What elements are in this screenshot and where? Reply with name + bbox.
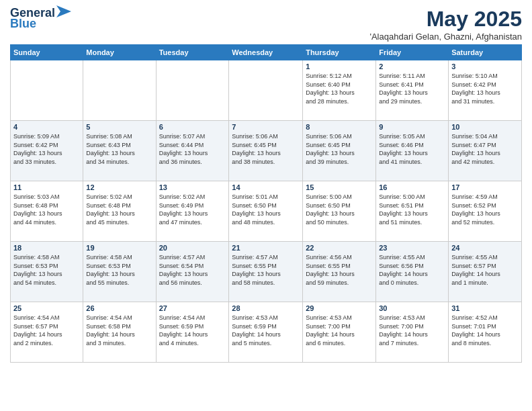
day-info: Sunrise: 4:59 AMSunset: 6:52 PMDaylight:…: [451, 193, 519, 226]
day-cell: [83, 60, 156, 121]
day-info: Sunrise: 5:03 AMSunset: 6:48 PMDaylight:…: [13, 193, 80, 226]
day-number: 29: [306, 304, 373, 312]
day-info: Sunrise: 4:53 AMSunset: 7:00 PMDaylight:…: [306, 314, 373, 347]
day-cell: 7Sunrise: 5:06 AMSunset: 6:45 PMDaylight…: [229, 121, 303, 181]
day-number: 27: [159, 304, 226, 312]
day-info: Sunrise: 4:53 AMSunset: 6:59 PMDaylight:…: [232, 314, 300, 347]
day-info: Sunrise: 4:55 AMSunset: 6:56 PMDaylight:…: [379, 253, 445, 287]
day-number: 3: [451, 62, 519, 71]
day-info: Sunrise: 5:01 AMSunset: 6:50 PMDaylight:…: [232, 193, 300, 226]
day-cell: 1Sunrise: 5:12 AMSunset: 6:40 PMDaylight…: [303, 60, 376, 121]
day-info: Sunrise: 4:54 AMSunset: 6:58 PMDaylight:…: [86, 314, 152, 347]
day-cell: 28Sunrise: 4:53 AMSunset: 6:59 PMDayligh…: [229, 302, 303, 363]
day-number: 23: [379, 244, 445, 252]
day-number: 4: [13, 123, 80, 131]
day-cell: 25Sunrise: 4:54 AMSunset: 6:57 PMDayligh…: [11, 302, 83, 363]
day-cell: 16Sunrise: 5:00 AMSunset: 6:51 PMDayligh…: [376, 181, 449, 242]
calendar-table: SundayMondayTuesdayWednesdayThursdayFrid…: [10, 44, 522, 363]
day-number: 15: [306, 183, 373, 191]
day-cell: 17Sunrise: 4:59 AMSunset: 6:52 PMDayligh…: [449, 181, 522, 242]
day-number: 2: [379, 62, 445, 71]
day-cell: 26Sunrise: 4:54 AMSunset: 6:58 PMDayligh…: [83, 302, 156, 363]
day-info: Sunrise: 4:56 AMSunset: 6:55 PMDaylight:…: [306, 253, 373, 287]
day-cell: [11, 60, 83, 121]
day-info: Sunrise: 5:10 AMSunset: 6:42 PMDaylight:…: [451, 72, 519, 105]
day-cell: 4Sunrise: 5:09 AMSunset: 6:42 PMDaylight…: [11, 121, 83, 181]
weekday-header-saturday: Saturday: [449, 45, 522, 60]
week-row-2: 4Sunrise: 5:09 AMSunset: 6:42 PMDaylight…: [11, 121, 522, 181]
day-number: 18: [13, 244, 80, 252]
day-number: 25: [13, 304, 80, 312]
weekday-header-sunday: Sunday: [11, 45, 83, 60]
day-number: 1: [306, 62, 373, 71]
day-number: 26: [86, 304, 152, 312]
svg-marker-0: [56, 5, 71, 17]
logo: General Blue: [10, 7, 71, 30]
day-number: 14: [232, 183, 300, 191]
day-info: Sunrise: 4:57 AMSunset: 6:55 PMDaylight:…: [232, 253, 300, 287]
day-cell: 29Sunrise: 4:53 AMSunset: 7:00 PMDayligh…: [303, 302, 376, 363]
day-number: 8: [306, 123, 373, 131]
day-info: Sunrise: 5:00 AMSunset: 6:50 PMDaylight:…: [306, 193, 373, 226]
day-cell: [156, 60, 229, 121]
day-number: 31: [451, 304, 519, 312]
day-number: 24: [451, 244, 519, 252]
day-info: Sunrise: 5:09 AMSunset: 6:42 PMDaylight:…: [13, 132, 80, 166]
weekday-header-friday: Friday: [376, 45, 449, 60]
day-info: Sunrise: 5:05 AMSunset: 6:46 PMDaylight:…: [379, 132, 445, 166]
day-info: Sunrise: 5:06 AMSunset: 6:45 PMDaylight:…: [306, 132, 373, 166]
day-cell: 20Sunrise: 4:57 AMSunset: 6:54 PMDayligh…: [156, 242, 229, 302]
day-number: 12: [86, 183, 152, 191]
week-row-3: 11Sunrise: 5:03 AMSunset: 6:48 PMDayligh…: [11, 181, 522, 242]
day-cell: 6Sunrise: 5:07 AMSunset: 6:44 PMDaylight…: [156, 121, 229, 181]
day-info: Sunrise: 5:04 AMSunset: 6:47 PMDaylight:…: [451, 132, 519, 166]
day-cell: 13Sunrise: 5:02 AMSunset: 6:49 PMDayligh…: [156, 181, 229, 242]
day-info: Sunrise: 4:54 AMSunset: 6:59 PMDaylight:…: [159, 314, 226, 347]
day-cell: 3Sunrise: 5:10 AMSunset: 6:42 PMDaylight…: [449, 60, 522, 121]
weekday-header-thursday: Thursday: [303, 45, 376, 60]
day-cell: 11Sunrise: 5:03 AMSunset: 6:48 PMDayligh…: [11, 181, 83, 242]
day-cell: 14Sunrise: 5:01 AMSunset: 6:50 PMDayligh…: [229, 181, 303, 242]
day-number: 7: [232, 123, 300, 131]
page-header: General Blue May 2025 'Alaqahdari Gelan,…: [10, 7, 522, 42]
day-info: Sunrise: 4:58 AMSunset: 6:53 PMDaylight:…: [13, 253, 80, 287]
location-subtitle: 'Alaqahdari Gelan, Ghazni, Afghanistan: [369, 32, 522, 42]
day-number: 22: [306, 244, 373, 252]
day-number: 9: [379, 123, 445, 131]
logo-arrow-icon: [56, 5, 71, 17]
logo-blue-text: Blue: [10, 17, 36, 30]
week-row-4: 18Sunrise: 4:58 AMSunset: 6:53 PMDayligh…: [11, 242, 522, 302]
day-cell: 30Sunrise: 4:53 AMSunset: 7:00 PMDayligh…: [376, 302, 449, 363]
day-cell: [229, 60, 303, 121]
week-row-5: 25Sunrise: 4:54 AMSunset: 6:57 PMDayligh…: [11, 302, 522, 363]
weekday-header-monday: Monday: [83, 45, 156, 60]
day-cell: 2Sunrise: 5:11 AMSunset: 6:41 PMDaylight…: [376, 60, 449, 121]
day-cell: 24Sunrise: 4:55 AMSunset: 6:57 PMDayligh…: [449, 242, 522, 302]
day-info: Sunrise: 4:53 AMSunset: 7:00 PMDaylight:…: [379, 314, 445, 347]
day-info: Sunrise: 5:07 AMSunset: 6:44 PMDaylight:…: [159, 132, 226, 166]
weekday-header-wednesday: Wednesday: [229, 45, 303, 60]
day-cell: 9Sunrise: 5:05 AMSunset: 6:46 PMDaylight…: [376, 121, 449, 181]
day-info: Sunrise: 4:55 AMSunset: 6:57 PMDaylight:…: [451, 253, 519, 287]
day-number: 20: [159, 244, 226, 252]
day-info: Sunrise: 5:02 AMSunset: 6:49 PMDaylight:…: [159, 193, 226, 226]
day-info: Sunrise: 5:12 AMSunset: 6:40 PMDaylight:…: [306, 72, 373, 105]
day-number: 30: [379, 304, 445, 312]
day-number: 28: [232, 304, 300, 312]
day-number: 16: [379, 183, 445, 191]
day-cell: 23Sunrise: 4:55 AMSunset: 6:56 PMDayligh…: [376, 242, 449, 302]
day-cell: 5Sunrise: 5:08 AMSunset: 6:43 PMDaylight…: [83, 121, 156, 181]
day-info: Sunrise: 5:08 AMSunset: 6:43 PMDaylight:…: [86, 132, 152, 166]
day-number: 21: [232, 244, 300, 252]
day-number: 6: [159, 123, 226, 131]
weekday-header-tuesday: Tuesday: [156, 45, 229, 60]
day-cell: 18Sunrise: 4:58 AMSunset: 6:53 PMDayligh…: [11, 242, 83, 302]
title-block: May 2025 'Alaqahdari Gelan, Ghazni, Afgh…: [369, 7, 522, 42]
day-cell: 8Sunrise: 5:06 AMSunset: 6:45 PMDaylight…: [303, 121, 376, 181]
weekday-header-row: SundayMondayTuesdayWednesdayThursdayFrid…: [11, 45, 522, 60]
day-cell: 21Sunrise: 4:57 AMSunset: 6:55 PMDayligh…: [229, 242, 303, 302]
day-info: Sunrise: 4:52 AMSunset: 7:01 PMDaylight:…: [451, 314, 519, 347]
day-number: 5: [86, 123, 152, 131]
day-number: 10: [451, 123, 519, 131]
month-title: May 2025: [369, 7, 522, 32]
